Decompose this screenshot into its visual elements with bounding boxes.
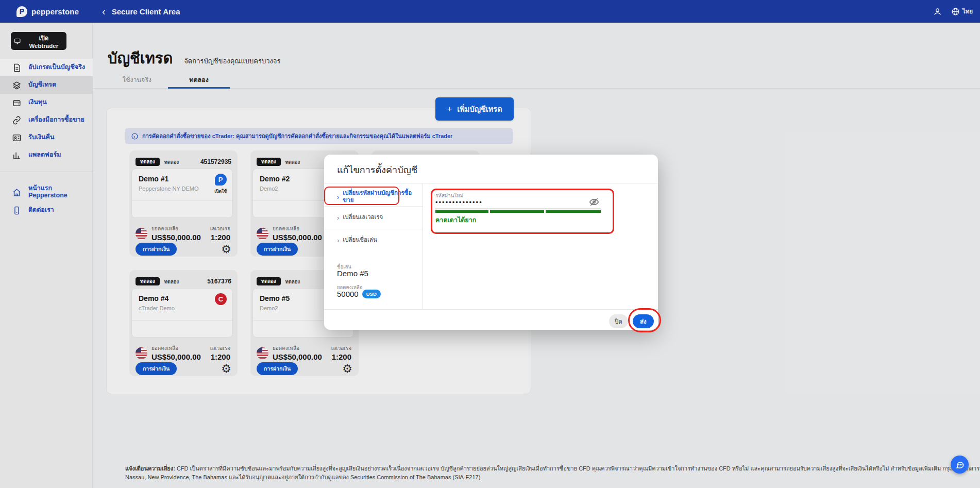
menu-item-label: เปลี่ยนรหัสผ่านบัญชีการซื้อขาย (343, 190, 423, 204)
password-strength-text: คาดเดาได้ยาก (435, 215, 476, 225)
toggle-password-visibility-button[interactable] (589, 197, 600, 208)
chevron-right-icon: › (337, 194, 339, 200)
password-input-underline (435, 208, 601, 209)
live-chat-button[interactable] (951, 456, 969, 474)
secure-client-area-page: P pepperstone ‹ Secure Client Area ไทย เ… (0, 0, 980, 488)
eye-off-icon (589, 197, 599, 207)
menu-divider (324, 206, 423, 207)
menu-item-label: เปลี่ยนชื่อเล่น (343, 237, 377, 244)
chat-bubble-icon (955, 460, 965, 469)
nickname-value: Demo #5 (337, 269, 368, 278)
strength-bar-segment (490, 210, 544, 213)
balance-amount: 50000 (337, 290, 359, 298)
close-button[interactable]: ปิด (609, 314, 628, 328)
menu-change-nickname[interactable]: › เปลี่ยนชื่อเล่น (324, 231, 423, 249)
menu-change-password[interactable]: › เปลี่ยนรหัสผ่านบัญชีการซื้อขาย (324, 188, 423, 206)
edit-account-settings-modal: แก้ไขการตั้งค่าบัญชี › เปลี่ยนรหัสผ่านบั… (324, 155, 658, 330)
submit-button[interactable]: ส่ง (633, 314, 654, 328)
menu-divider (324, 229, 423, 229)
modal-balance-value: 50000USD (337, 290, 381, 298)
strength-bar-segment (435, 210, 488, 213)
new-password-input[interactable]: •••••••••••••• (435, 198, 585, 206)
menu-change-leverage[interactable]: › เปลี่ยนเลเวอเรจ (324, 208, 423, 227)
menu-item-label: เปลี่ยนเลเวอเรจ (343, 214, 383, 221)
modal-vertical-divider (423, 183, 423, 309)
chevron-right-icon: › (337, 237, 339, 244)
modal-footer-divider (324, 309, 658, 310)
currency-badge: USD (362, 290, 381, 298)
modal-header-divider (324, 183, 658, 183)
modal-title: แก้ไขการตั้งค่าบัญชี (337, 162, 417, 177)
strength-bar-segment (546, 210, 601, 213)
chevron-right-icon: › (337, 214, 339, 221)
